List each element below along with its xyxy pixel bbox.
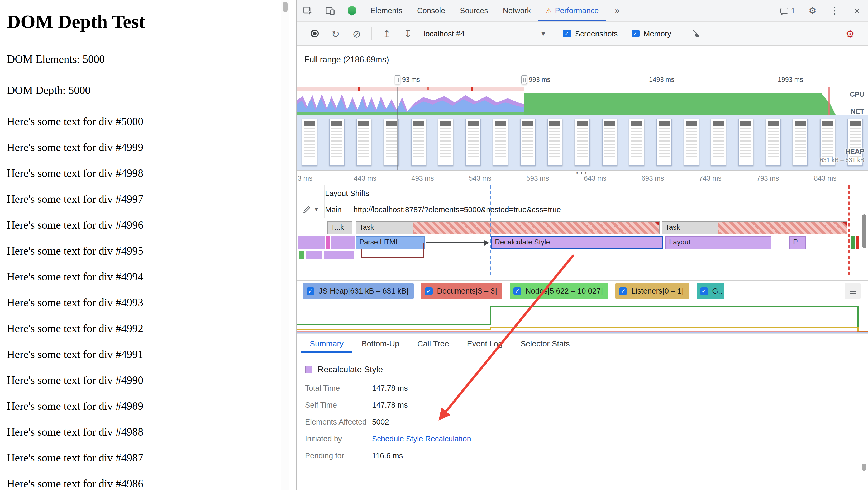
- toolbar-separator: [371, 27, 372, 40]
- tab-elements[interactable]: Elements: [363, 0, 410, 21]
- legend-label: JS Heap[631 kB – 631 kB]: [319, 287, 408, 295]
- event-fragment[interactable]: [326, 236, 330, 249]
- parse-html-event[interactable]: Parse HTML: [355, 236, 425, 249]
- tab-network[interactable]: Network: [495, 0, 538, 21]
- screenshot-thumbnail[interactable]: [356, 119, 372, 166]
- reload-and-record-button[interactable]: ↻: [325, 25, 346, 42]
- screenshot-thumbnail[interactable]: [493, 119, 508, 166]
- screenshot-thumbnail[interactable]: [547, 119, 562, 166]
- js-heap-checkbox[interactable]: ✓: [307, 287, 314, 295]
- tab-performance[interactable]: ⚠ Performance: [538, 0, 606, 21]
- screenshot-thumbnail[interactable]: [602, 119, 617, 166]
- screenshot-thumbnail[interactable]: [793, 119, 808, 166]
- list-item: Here's some text for div #4986: [7, 477, 280, 490]
- recording-history-select[interactable]: localhost #4 ▼: [418, 26, 549, 41]
- memory-legend-menu-icon[interactable]: ≡: [845, 283, 861, 299]
- long-task-event[interactable]: Task: [355, 221, 659, 234]
- screenshot-thumbnail[interactable]: [465, 119, 481, 166]
- capture-settings-gear-icon[interactable]: ⚙: [839, 25, 861, 42]
- collapse-track-icon[interactable]: ▼: [314, 206, 318, 212]
- edit-track-icon[interactable]: [303, 205, 311, 215]
- save-profile-button[interactable]: ↧: [397, 25, 418, 42]
- tab-selector-stats[interactable]: Selector Stats: [512, 334, 579, 353]
- screenshots-toggle[interactable]: ✓ Screenshots: [563, 29, 618, 38]
- tab-call-tree[interactable]: Call Tree: [408, 334, 458, 353]
- screenshot-thumbnail[interactable]: [738, 119, 753, 166]
- timeline-overview[interactable]: 93 ms 993 ms 1493 ms 1993 ms: [297, 74, 868, 171]
- nodes-checkbox[interactable]: ✓: [513, 287, 521, 295]
- initiator-link[interactable]: Schedule Style Recalculation: [372, 435, 471, 443]
- window-left-handle[interactable]: [395, 75, 401, 85]
- performance-toolbar: ↻ ⊘ ↥ ↧ localhost #4 ▼ ✓ Screenshots ✓ M…: [297, 22, 868, 46]
- screenshot-thumbnail[interactable]: [765, 119, 781, 166]
- event-fragment[interactable]: [857, 236, 859, 249]
- window-right-handle[interactable]: [521, 75, 527, 85]
- tab-sources[interactable]: Sources: [453, 0, 495, 21]
- screenshots-checkbox[interactable]: ✓: [563, 30, 571, 37]
- event-fragment[interactable]: [299, 251, 304, 259]
- screenshot-thumbnail[interactable]: [438, 119, 454, 166]
- screenshot-thumbnail[interactable]: [656, 119, 672, 166]
- load-profile-button[interactable]: ↥: [376, 25, 397, 42]
- collect-garbage-icon: [691, 29, 702, 38]
- close-devtools-icon[interactable]: ×: [846, 0, 868, 21]
- devtools-scrollbar-thumb[interactable]: [862, 214, 866, 248]
- more-tabs-icon[interactable]: »: [606, 0, 628, 21]
- layout-shifts-track[interactable]: Layout Shifts: [297, 185, 868, 201]
- memory-toggle[interactable]: ✓ Memory: [631, 29, 671, 38]
- screenshot-thumbnail[interactable]: [302, 119, 317, 166]
- long-task-event[interactable]: Task: [662, 221, 847, 234]
- gpu-memory-checkbox[interactable]: ✓: [700, 287, 708, 295]
- page-scrollbar-thumb[interactable]: [283, 2, 287, 12]
- device-toolbar-icon[interactable]: [319, 0, 341, 21]
- main-thread-track-header[interactable]: ▼ Main — http://localhost:8787/?elements…: [297, 201, 868, 218]
- tab-summary[interactable]: Summary: [301, 334, 352, 353]
- summary-scrollbar-thumb[interactable]: [862, 464, 866, 471]
- task-event-clipped[interactable]: T...k: [327, 221, 352, 234]
- inspect-element-icon[interactable]: [297, 0, 319, 21]
- event-fragment[interactable]: [306, 251, 322, 259]
- collect-garbage-button[interactable]: [686, 25, 707, 42]
- settings-gear-icon[interactable]: ⚙: [802, 0, 824, 21]
- legend-documents[interactable]: ✓ Documents[3 – 3]: [421, 283, 502, 299]
- tab-event-log[interactable]: Event Log: [458, 334, 512, 353]
- long-task-warning-corner: [655, 222, 659, 226]
- paint-event-clipped[interactable]: P...: [789, 236, 806, 249]
- initiator-arrow-line: [426, 242, 486, 243]
- summary-pane: Recalculate Style Total Time 147.78 ms S…: [297, 353, 868, 490]
- tab-console[interactable]: Console: [410, 0, 453, 21]
- axis-label: 493 ms: [411, 174, 434, 182]
- screenshot-thumbnail[interactable]: [329, 119, 344, 166]
- layout-event[interactable]: Layout: [665, 236, 771, 249]
- event-fragment[interactable]: [298, 236, 325, 249]
- record-button[interactable]: [304, 25, 325, 42]
- list-item: Here's some text for div #4988: [7, 426, 280, 439]
- event-fragment[interactable]: [324, 251, 353, 259]
- legend-nodes[interactable]: ✓ Nodes[5 622 – 10 027]: [509, 283, 608, 299]
- clear-recording-button[interactable]: ⊘: [346, 25, 367, 42]
- issues-counter[interactable]: 1: [774, 0, 802, 21]
- list-item: Here's some text for div #4996: [7, 219, 280, 232]
- screenshot-thumbnail[interactable]: [411, 119, 426, 166]
- legend-gpu-memory-clipped[interactable]: ✓ G..: [696, 283, 724, 299]
- cpu-overview-chart: [297, 87, 868, 115]
- legend-listeners[interactable]: ✓ Listeners[0 – 1]: [616, 283, 689, 299]
- legend-js-heap[interactable]: ✓ JS Heap[631 kB – 631 kB]: [303, 283, 414, 299]
- screenshot-thumbnail[interactable]: [684, 119, 699, 166]
- screenshot-thumbnail[interactable]: [520, 119, 535, 166]
- listeners-checkbox[interactable]: ✓: [619, 287, 627, 295]
- screenshot-thumbnail[interactable]: [711, 119, 726, 166]
- screenshot-thumbnail[interactable]: [575, 119, 590, 166]
- documents-checkbox[interactable]: ✓: [425, 287, 433, 295]
- screenshot-thumbnail[interactable]: [629, 119, 645, 166]
- screenshot-thumbnail[interactable]: [383, 119, 399, 166]
- extension-hexagon-icon[interactable]: [341, 0, 363, 21]
- more-options-icon[interactable]: ⋮: [824, 0, 846, 21]
- page-scrollbar[interactable]: [281, 0, 289, 490]
- event-fragment[interactable]: [331, 236, 354, 249]
- recalculate-style-event[interactable]: Recalculate Style: [491, 236, 663, 249]
- summary-event-name: Recalculate Style: [318, 365, 383, 374]
- tab-bottom-up[interactable]: Bottom-Up: [352, 334, 408, 353]
- memory-checkbox[interactable]: ✓: [631, 30, 639, 37]
- event-fragment[interactable]: [850, 236, 855, 249]
